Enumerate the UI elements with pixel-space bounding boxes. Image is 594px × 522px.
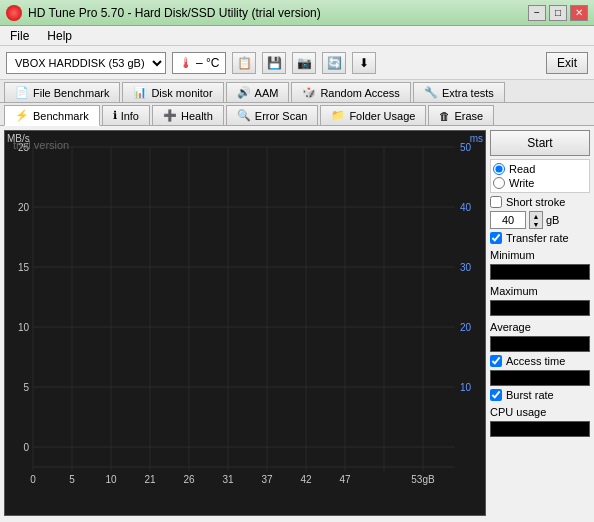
svg-text:0: 0 [30,474,36,485]
exit-button[interactable]: Exit [546,52,588,74]
tab-random-access-label: Random Access [320,87,399,99]
tab-error-scan-label: Error Scan [255,110,308,122]
access-time-label: Access time [506,355,565,367]
short-stroke-label: Short stroke [506,196,565,208]
tab-erase[interactable]: 🗑 Erase [428,105,494,125]
health-icon: ➕ [163,109,177,122]
benchmark-chart: MB/s ms trial version [4,130,486,516]
svg-text:21: 21 [144,474,156,485]
svg-text:20: 20 [460,322,472,333]
read-radio-label[interactable]: Read [493,163,587,175]
burst-rate-label: Burst rate [506,389,554,401]
tab-disk-monitor-label: Disk monitor [151,87,212,99]
tabs-row2: ⚡ Benchmark ℹ Info ➕ Health 🔍 Error Scan… [0,103,594,126]
transfer-rate-label: Transfer rate [506,232,569,244]
title-bar-left: HD Tune Pro 5.70 - Hard Disk/SSD Utility… [6,5,321,21]
svg-text:31: 31 [222,474,234,485]
toolbar: VBOX HARDDISK (53 gB) 🌡 – °C 📋 💾 📷 🔄 ⬇ E… [0,46,594,80]
tab-info[interactable]: ℹ Info [102,105,150,125]
write-label: Write [509,177,534,189]
svg-text:15: 15 [18,262,30,273]
spin-down-button[interactable]: ▼ [530,220,542,228]
right-panel: Start Read Write Short stroke ▲ ▼ gB [490,130,590,516]
tab-health-label: Health [181,110,213,122]
short-stroke-checkbox[interactable] [490,196,502,208]
minimize-button[interactable]: − [528,5,546,21]
svg-text:5: 5 [23,382,29,393]
read-write-group: Read Write [490,159,590,193]
read-label: Read [509,163,535,175]
extra-tests-icon: 🔧 [424,86,438,99]
minimum-label: Minimum [490,249,590,261]
random-access-icon: 🎲 [302,86,316,99]
chart-svg: 25 20 15 10 5 0 50 40 30 20 10 0 5 10 21… [5,131,485,515]
toolbar-icon-3[interactable]: 📷 [292,52,316,74]
disk-select[interactable]: VBOX HARDDISK (53 gB) [6,52,166,74]
thermometer-icon: 🌡 [179,55,193,71]
tab-benchmark-label: Benchmark [33,110,89,122]
transfer-rate-checkbox-row[interactable]: Transfer rate [490,232,590,244]
short-stroke-checkbox-row[interactable]: Short stroke [490,196,590,208]
watermark: trial version [13,139,69,151]
svg-text:53gB: 53gB [411,474,435,485]
maximum-value-box [490,300,590,316]
tab-error-scan[interactable]: 🔍 Error Scan [226,105,319,125]
menu-bar: File Help [0,26,594,46]
benchmark-icon: ⚡ [15,109,29,122]
access-time-checkbox[interactable] [490,355,502,367]
svg-text:10: 10 [105,474,117,485]
burst-rate-checkbox-row[interactable]: Burst rate [490,389,590,401]
menu-help[interactable]: Help [43,28,76,44]
svg-text:10: 10 [460,382,472,393]
tab-file-benchmark-label: File Benchmark [33,87,109,99]
tab-health[interactable]: ➕ Health [152,105,224,125]
tabs-row1: 📄 File Benchmark 📊 Disk monitor 🔊 AAM 🎲 … [0,80,594,103]
tab-folder-usage[interactable]: 📁 Folder Usage [320,105,426,125]
toolbar-icon-5[interactable]: ⬇ [352,52,376,74]
toolbar-icon-4[interactable]: 🔄 [322,52,346,74]
write-radio[interactable] [493,177,505,189]
svg-text:42: 42 [300,474,312,485]
main-content: MB/s ms trial version [0,126,594,520]
access-time-checkbox-row[interactable]: Access time [490,355,590,367]
svg-text:50: 50 [460,142,472,153]
close-button[interactable]: ✕ [570,5,588,21]
aam-icon: 🔊 [237,86,251,99]
average-value-box [490,336,590,352]
svg-text:20: 20 [18,202,30,213]
short-stroke-value-row: ▲ ▼ gB [490,211,590,229]
tab-benchmark[interactable]: ⚡ Benchmark [4,105,100,126]
minimum-value-box [490,264,590,280]
cpu-usage-value-box [490,421,590,437]
read-radio[interactable] [493,163,505,175]
tab-aam[interactable]: 🔊 AAM [226,82,290,102]
transfer-rate-checkbox[interactable] [490,232,502,244]
short-stroke-input[interactable] [490,211,526,229]
burst-rate-checkbox[interactable] [490,389,502,401]
title-text: HD Tune Pro 5.70 - Hard Disk/SSD Utility… [28,6,321,20]
app-icon [6,5,22,21]
error-scan-icon: 🔍 [237,109,251,122]
unit-label: gB [546,214,559,226]
spin-up-button[interactable]: ▲ [530,212,542,220]
tab-file-benchmark[interactable]: 📄 File Benchmark [4,82,120,102]
average-label: Average [490,321,590,333]
tab-extra-tests-label: Extra tests [442,87,494,99]
temperature-display: 🌡 – °C [172,52,226,74]
tab-info-label: Info [121,110,139,122]
erase-icon: 🗑 [439,110,450,122]
write-radio-label[interactable]: Write [493,177,587,189]
toolbar-icon-2[interactable]: 💾 [262,52,286,74]
svg-text:5: 5 [69,474,75,485]
tab-random-access[interactable]: 🎲 Random Access [291,82,410,102]
toolbar-icon-1[interactable]: 📋 [232,52,256,74]
menu-file[interactable]: File [6,28,33,44]
folder-usage-icon: 📁 [331,109,345,122]
tab-disk-monitor[interactable]: 📊 Disk monitor [122,82,223,102]
svg-text:26: 26 [183,474,195,485]
window-controls: − □ ✕ [528,5,588,21]
title-bar: HD Tune Pro 5.70 - Hard Disk/SSD Utility… [0,0,594,26]
start-button[interactable]: Start [490,130,590,156]
tab-extra-tests[interactable]: 🔧 Extra tests [413,82,505,102]
maximize-button[interactable]: □ [549,5,567,21]
